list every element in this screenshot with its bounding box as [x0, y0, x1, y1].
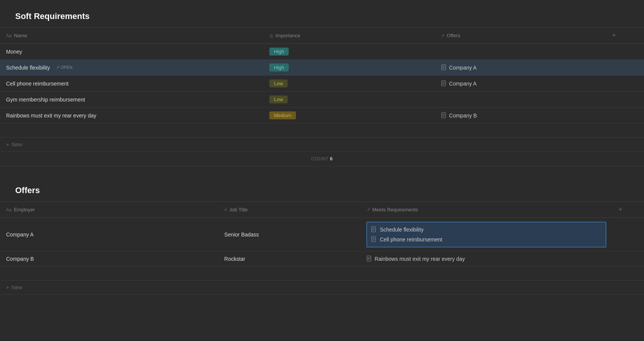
soft-requirements-section: Soft Requirements Aa Name ◎ Importance	[0, 8, 644, 182]
importance-badge: Medium	[269, 111, 296, 119]
of-header-meets: ↗ Meets Requirements	[360, 202, 612, 218]
importance-badge: High	[269, 63, 289, 71]
of-empty-plus	[612, 266, 644, 281]
of-add-column-button[interactable]: +	[619, 206, 623, 214]
sr-count-cell: COUNT 6	[0, 152, 644, 167]
sr-name-cell: Money	[6, 49, 257, 55]
sr-new-row[interactable]: + New	[0, 138, 644, 152]
of-empty-job	[218, 266, 360, 281]
of-header-plus[interactable]: +	[612, 202, 644, 218]
offers-header-row: Aa Employer ≡ Job Title ↗ Meets Re	[0, 202, 644, 218]
sr-row-name: Schedule flexibility	[6, 65, 50, 71]
sr-name-cell: Rainbows must exit my rear every day	[6, 113, 257, 119]
sr-empty-row	[0, 124, 644, 138]
soft-requirements-title: Soft Requirements	[0, 8, 644, 27]
sr-name-cell: ⠿Schedule flexibility↗ OPEN	[6, 65, 257, 71]
page-container: Soft Requirements Aa Name ◎ Importance	[0, 0, 644, 302]
plus-icon: +	[6, 141, 9, 148]
sr-new-cell[interactable]: + New	[0, 138, 644, 152]
sr-td-plus	[606, 108, 644, 124]
meets-cell: Rainbows must exit my rear every day	[366, 255, 606, 262]
offers-table: Aa Employer ≡ Job Title ↗ Meets Re	[0, 201, 644, 295]
doc-icon	[441, 112, 447, 119]
of-td-plus	[612, 218, 644, 252]
sr-td-importance: High	[263, 60, 434, 76]
sr-td-name: Money	[0, 44, 263, 60]
sr-col-importance-label: Importance	[275, 33, 300, 38]
meets-label: Cell phone reimbursement	[380, 236, 442, 243]
sr-empty-importance	[263, 124, 434, 138]
doc-icon	[441, 64, 447, 71]
sr-header-name: Aa Name	[0, 28, 263, 44]
sr-td-importance: Low	[263, 76, 434, 92]
sr-td-plus	[606, 44, 644, 60]
sr-td-importance: High	[263, 44, 434, 60]
of-td-job: Rockstar	[218, 252, 360, 266]
of-col-employer-label: Employer	[14, 207, 35, 213]
job-list-icon: ≡	[224, 207, 227, 213]
soft-requirements-table: Aa Name ◎ Importance ↗ Offers	[0, 27, 644, 167]
sr-td-name: Cell phone reimbursement	[0, 76, 263, 92]
of-td-job: Senior Badass	[218, 218, 360, 252]
sr-count-value: 6	[330, 156, 333, 162]
aa-icon: Aa	[6, 33, 12, 38]
sr-header-plus[interactable]: +	[606, 28, 644, 44]
sr-td-plus	[606, 76, 644, 92]
sr-td-importance: Low	[263, 92, 434, 108]
of-col-meets-label: Meets Requirements	[372, 207, 418, 213]
doc-icon-2	[371, 226, 377, 233]
sr-col-offers-label: Offers	[447, 33, 460, 38]
plus-icon-2: +	[6, 284, 9, 290]
sr-new-label: New	[11, 141, 22, 148]
offers-title: Offers	[0, 182, 644, 201]
doc-icon	[441, 80, 447, 87]
of-td-meets: Schedule flexibility Cell phone reimburs…	[360, 218, 612, 252]
of-header-employer: Aa Employer	[0, 202, 218, 218]
of-data-row: Company B Rockstar Rainbows must exit my…	[0, 252, 644, 266]
sr-td-offers: Company A	[435, 76, 606, 92]
sr-td-offers	[435, 92, 606, 108]
offer-label: Company A	[449, 65, 477, 71]
soft-requirements-header-row: Aa Name ◎ Importance ↗ Offers	[0, 28, 644, 44]
meets-highlight[interactable]: Schedule flexibility Cell phone reimburs…	[366, 222, 606, 247]
sr-row-name: Gym membership reimbursement	[6, 97, 85, 103]
offers-body: Company A Senior Badass Schedule flexibi…	[0, 218, 644, 295]
of-new-label: New	[11, 284, 22, 290]
meets-arrow-icon: ↗	[366, 207, 370, 213]
offer-label: Company B	[449, 113, 477, 119]
sr-empty-offers	[435, 124, 606, 138]
offers-arrow-icon: ↗	[441, 33, 445, 38]
sr-td-offers: Company A	[435, 60, 606, 76]
aa-icon-2: Aa	[6, 207, 12, 213]
sr-add-column-button[interactable]: +	[612, 32, 616, 40]
of-new-cell[interactable]: + New	[0, 281, 644, 295]
sr-header-offers: ↗ Offers	[435, 28, 606, 44]
of-td-meets: Rainbows must exit my rear every day	[360, 252, 612, 266]
sr-header-importance: ◎ Importance	[263, 28, 434, 44]
offer-cell: Company B	[441, 112, 600, 119]
sr-row-name: Rainbows must exit my rear every day	[6, 113, 96, 119]
sr-td-name: Gym membership reimbursement	[0, 92, 263, 108]
sr-td-name: Rainbows must exit my rear every day	[0, 108, 263, 124]
doc-icon-3	[366, 255, 372, 262]
importance-badge: Low	[269, 79, 288, 87]
sr-data-row: Rainbows must exit my rear every day Med…	[0, 108, 644, 124]
sr-td-offers	[435, 44, 606, 60]
of-data-row: Company A Senior Badass Schedule flexibi…	[0, 218, 644, 252]
offers-section: Offers Aa Employer ≡ Job Title	[0, 182, 644, 295]
sr-count-row: COUNT 6	[0, 152, 644, 167]
sr-row-name: Money	[6, 49, 22, 55]
meets-label-2: Rainbows must exit my rear every day	[375, 256, 465, 262]
of-td-employer: Company B	[0, 252, 218, 266]
sr-td-plus	[606, 92, 644, 108]
sr-td-name: ⠿Schedule flexibility↗ OPEN	[0, 60, 263, 76]
sr-empty-name	[0, 124, 263, 138]
open-button[interactable]: ↗ OPEN	[56, 65, 72, 70]
job-title: Senior Badass	[224, 232, 259, 238]
job-title: Rockstar	[224, 256, 245, 262]
of-new-row[interactable]: + New	[0, 281, 644, 295]
sr-name-cell: Gym membership reimbursement	[6, 97, 257, 103]
offer-cell: Company A	[441, 64, 600, 71]
sr-col-name-label: Name	[14, 33, 27, 38]
sr-empty-plus	[606, 124, 644, 138]
